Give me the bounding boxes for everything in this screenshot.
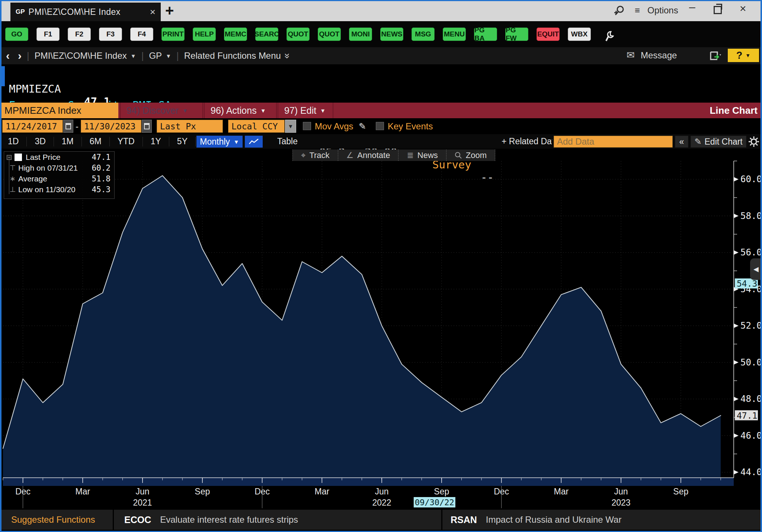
hamburger-icon[interactable]: ≡ (635, 5, 640, 16)
currency-dropdown-icon[interactable]: ▼ (285, 120, 296, 133)
collapse-toolbar-button[interactable]: « (675, 136, 688, 148)
fkey-f3[interactable]: F3 (99, 28, 122, 41)
tab-function-code: GP (16, 8, 25, 16)
fkey-msg[interactable]: MSG (412, 28, 435, 41)
x-axis-year-label: 2023 (611, 498, 630, 507)
add-data-input[interactable] (554, 136, 673, 148)
news-button[interactable]: ≣ News (398, 149, 446, 161)
fkey-equit[interactable]: EQUIT (537, 28, 560, 41)
suggested-item-rsan[interactable]: RSAN Impact of Russia and Ukraine War (442, 510, 762, 530)
news-list-icon: ≣ (407, 151, 413, 160)
restore-button[interactable] (714, 6, 722, 14)
calendar-icon[interactable] (63, 120, 73, 133)
date-to-field[interactable]: 11/30/2023 (81, 120, 141, 133)
edit-chart-button[interactable]: ✎ Edit Chart (691, 136, 746, 148)
range-tab-1m[interactable]: 1M (54, 137, 82, 146)
fkey-f2[interactable]: F2 (68, 28, 91, 41)
fkey-f4[interactable]: F4 (130, 28, 153, 41)
suggested-functions-panel[interactable]: Suggested Functions (0, 510, 113, 530)
fkey-searc[interactable]: SEARC (255, 28, 278, 41)
price-field-selector[interactable]: Last Px (157, 120, 223, 133)
legend-row-low[interactable]: ⊥ Low on 11/30/20 45.3 (4, 184, 114, 195)
fkey-print[interactable]: PRINT (161, 28, 185, 41)
fkey-help[interactable]: HELP (193, 28, 216, 41)
security-field[interactable]: MPMIEZCA Index (0, 103, 118, 118)
fkey-quot[interactable]: QUOT (318, 28, 341, 41)
y-tick-arrow (734, 433, 739, 438)
minimize-button[interactable]: – (689, 1, 695, 13)
terminal-tab[interactable]: GP PMI\EZ\COM\HE Index × (10, 3, 161, 21)
y-axis-label: 46.0 (740, 431, 762, 441)
discover-menu[interactable]: 94) Discover ▼ (120, 103, 203, 118)
edit-menu[interactable]: 97) Edit ▼ (278, 103, 333, 118)
pencil-icon[interactable]: ✎ (359, 118, 366, 134)
currency-selector[interactable]: Local CCY (228, 120, 285, 133)
suggested-item-ecoc[interactable]: ECOC Evaluate interest rate futures stri… (114, 510, 441, 530)
chart-style-button[interactable] (245, 136, 263, 148)
legend-row-high[interactable]: ⊤ High on 07/31/21 60.2 (4, 162, 114, 173)
fkey-news[interactable]: NEWS (380, 28, 403, 41)
y-axis-label: 56.0 (740, 247, 762, 258)
help-button[interactable]: ? ▼ (728, 49, 759, 62)
range-tab-3d[interactable]: 3D (27, 137, 54, 146)
y-tick-arrow (734, 214, 739, 218)
annotate-icon: ∠ (346, 151, 354, 160)
new-tab-button[interactable]: + (165, 3, 174, 18)
actions-menu[interactable]: 96) Actions ▼ (204, 103, 277, 118)
fkey-pg-ba[interactable]: PG BA (474, 28, 497, 41)
mov-avgs-checkbox[interactable] (303, 122, 311, 130)
range-tab-5y[interactable]: 5Y (169, 137, 196, 146)
related-functions-menu[interactable]: Related Functions Menu (184, 51, 281, 61)
zoom-button[interactable]: Zoom (446, 149, 495, 161)
y-tick-arrow (734, 250, 739, 255)
message-label[interactable]: Message (641, 50, 677, 61)
range-tab-1d[interactable]: 1D (0, 137, 27, 146)
range-tab-1y[interactable]: 1Y (143, 137, 169, 146)
x-axis-label: Sep (195, 487, 210, 496)
fkey-quot[interactable]: QUOT (286, 28, 310, 41)
fkey-moni[interactable]: MONI (349, 28, 372, 41)
fkey-f1[interactable]: F1 (36, 28, 60, 41)
high-marker-icon: ⊤ (7, 164, 18, 172)
key-events-label[interactable]: Key Events (388, 118, 433, 134)
key-events-checkbox[interactable] (376, 122, 384, 130)
chart-toolbar: ⌖ Track ∠ Annotate ≣ News Zoom (292, 149, 495, 161)
gear-icon[interactable] (748, 136, 760, 147)
y-tick-arrow (734, 177, 739, 181)
fkey-menu[interactable]: MENU (443, 28, 466, 41)
message-envelope-icon[interactable]: ✉ (627, 49, 635, 61)
table-button[interactable]: Table (277, 134, 298, 149)
calendar-icon[interactable] (142, 120, 152, 133)
frequency-selector[interactable]: Monthly ▼ (196, 136, 243, 148)
export-panel-icon[interactable] (709, 50, 722, 62)
back-icon[interactable]: ‹ (6, 49, 10, 62)
fkey-memc[interactable]: MEMC (224, 28, 247, 41)
fkey-go[interactable]: GO (5, 28, 28, 41)
options-menu[interactable]: Options (647, 5, 678, 16)
date-from-field[interactable]: 11/24/2017 (2, 120, 63, 133)
side-panel-handle[interactable]: ◀ (750, 258, 762, 280)
chevron-down-icon: ▼ (166, 53, 171, 59)
tab-title: PMI\EZ\COM\HE Index (29, 7, 121, 17)
chart-plot-area[interactable]: DecMarJun2021SepDecMarJun2022Sep09/30/22… (0, 149, 762, 510)
mov-avgs-label[interactable]: Mov Avgs (315, 118, 353, 134)
wrench-icon[interactable] (603, 30, 615, 42)
legend-row-average[interactable]: ∗ Average 51.8 (4, 173, 114, 184)
security-breadcrumb[interactable]: PMI\EZ\COM\HE Index (35, 51, 127, 61)
line-chart-icon (249, 138, 259, 145)
range-tab-6m[interactable]: 6M (82, 137, 110, 146)
y-axis-label: 48.0 (740, 394, 762, 404)
range-tab-ytd[interactable]: YTD (110, 137, 143, 146)
close-window-button[interactable]: × (740, 2, 746, 15)
fkey-pg-fw[interactable]: PG FW (505, 28, 528, 41)
track-button[interactable]: ⌖ Track (292, 149, 338, 161)
fkey-wbx[interactable]: WBX (568, 28, 591, 41)
related-data-button[interactable]: + Related Data (502, 134, 552, 149)
search-icon[interactable] (613, 4, 626, 17)
period-row: 1D3D1M6MYTD1Y5YMax Monthly ▼ Table + Rel… (0, 134, 762, 149)
tab-close-icon[interactable]: × (150, 6, 156, 18)
annotate-button[interactable]: ∠ Annotate (338, 149, 398, 161)
legend-row-last-price[interactable]: Last Price 47.1 (4, 152, 114, 162)
forward-icon[interactable]: › (18, 49, 22, 62)
function-breadcrumb[interactable]: GP (149, 51, 162, 61)
